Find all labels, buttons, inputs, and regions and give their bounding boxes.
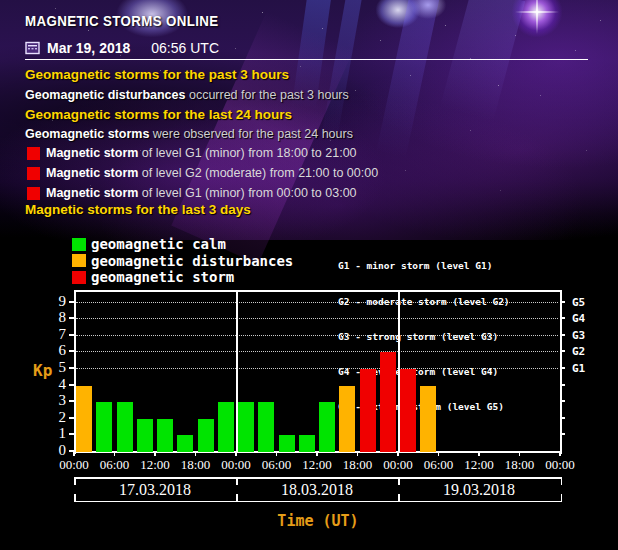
x-tick-label: 00:00 bbox=[54, 457, 94, 473]
kp-bar bbox=[420, 386, 436, 452]
kp-bar bbox=[319, 402, 335, 452]
storm-event-lead: Magnetic storm bbox=[46, 186, 138, 200]
legend-item-storm: geomagnetic storm bbox=[72, 269, 293, 286]
right-tick bbox=[560, 433, 565, 435]
x-tick-label: 12:00 bbox=[459, 457, 499, 473]
kp-bar bbox=[400, 369, 416, 452]
page-title: MAGNETIC STORMS ONLINE bbox=[25, 13, 219, 29]
plot-border-top bbox=[74, 290, 562, 292]
right-tick bbox=[560, 350, 565, 352]
g-level-label: G3 bbox=[572, 330, 602, 341]
storm-event-row: Magnetic storm of level G1 (minor) from … bbox=[27, 186, 357, 200]
x-tick-label: 00:00 bbox=[540, 457, 580, 473]
kp-bar bbox=[76, 386, 92, 452]
y-tick bbox=[69, 433, 74, 435]
x-tick bbox=[397, 452, 399, 456]
light-beam bbox=[440, 0, 525, 122]
bracket-tick bbox=[398, 494, 400, 502]
right-tick bbox=[560, 334, 565, 336]
status-rest: were observed for the past 24 hours bbox=[149, 127, 353, 141]
status-lead: Geomagnetic disturbances bbox=[25, 88, 185, 102]
y-tick-label: 7 bbox=[38, 327, 66, 342]
bracket-tick bbox=[236, 494, 238, 502]
storm-event-rest: of level G1 (minor) from 00:00 to 03:00 bbox=[138, 186, 356, 200]
storm-event-lead: Magnetic storm bbox=[46, 166, 138, 180]
bracket-line bbox=[74, 501, 562, 503]
g-level-label: G2 bbox=[572, 346, 602, 357]
x-tick bbox=[316, 452, 318, 456]
x-tick-label: 18:00 bbox=[176, 457, 216, 473]
y-tick-label: 6 bbox=[38, 343, 66, 358]
y-tick bbox=[69, 317, 74, 319]
storm-event-row: Magnetic storm of level G1 (minor) from … bbox=[27, 146, 357, 160]
legend-label: geomagnetic disturbances bbox=[91, 253, 293, 269]
storm-level-swatch bbox=[27, 187, 40, 200]
y-tick bbox=[69, 417, 74, 419]
y-tick bbox=[69, 334, 74, 336]
storm-swatch bbox=[72, 271, 86, 284]
kp-bar bbox=[117, 402, 133, 452]
star-field bbox=[0, 0, 1, 1]
x-tick bbox=[357, 452, 359, 456]
status-lead: Geomagnetic storms bbox=[25, 127, 149, 141]
x-tick bbox=[519, 452, 521, 456]
kp-bar bbox=[380, 352, 396, 452]
star-flare bbox=[536, 0, 538, 34]
right-tick bbox=[560, 384, 565, 386]
kp-bar bbox=[157, 419, 173, 452]
date-row: Mar 19, 2018 06:56 UTC bbox=[25, 40, 219, 56]
heading-last-24-hours: Geomagnetic storms for the last 24 hours bbox=[25, 107, 292, 122]
x-tick bbox=[559, 452, 561, 456]
legend-item-disturbances: geomagnetic disturbances bbox=[72, 253, 293, 270]
kp-gridline bbox=[76, 302, 558, 303]
kp-bar bbox=[96, 402, 112, 452]
g-level-label: G1 bbox=[572, 363, 602, 374]
x-tick-label: 06:00 bbox=[95, 457, 135, 473]
x-tick-label: 06:00 bbox=[257, 457, 297, 473]
y-tick bbox=[69, 301, 74, 303]
kp-gridline bbox=[76, 368, 558, 369]
kp-bar bbox=[218, 402, 234, 452]
status-rest: occurred for the past 3 hours bbox=[185, 88, 348, 102]
storm-event-rest: of level G1 (minor) from 18:00 to 21:00 bbox=[138, 146, 356, 160]
x-tick-label: 18:00 bbox=[500, 457, 540, 473]
legend-item-calm: geomagnetic calm bbox=[72, 236, 293, 253]
kp-gridline bbox=[76, 318, 558, 319]
disturbances-swatch bbox=[72, 254, 86, 267]
kp-bar bbox=[339, 386, 355, 452]
y-tick-label: 5 bbox=[38, 360, 66, 375]
y-tick-label: 8 bbox=[38, 310, 66, 325]
x-axis-title: Time (UT) bbox=[74, 512, 562, 530]
right-axis-line bbox=[560, 290, 562, 454]
storm-level-swatch bbox=[27, 147, 40, 160]
storm-event-text: Magnetic storm of level G2 (moderate) fr… bbox=[46, 166, 378, 180]
kp-bar bbox=[279, 435, 295, 452]
x-tick-label: 00:00 bbox=[216, 457, 256, 473]
header-divider bbox=[25, 59, 588, 60]
kp-bar bbox=[360, 369, 376, 452]
x-tick-label: 12:00 bbox=[135, 457, 175, 473]
light-beam bbox=[321, 0, 363, 140]
storm-event-text: Magnetic storm of level G1 (minor) from … bbox=[46, 186, 357, 200]
storm-level-swatch bbox=[27, 167, 40, 180]
light-beam bbox=[376, 0, 440, 158]
x-tick-label: 00:00 bbox=[378, 457, 418, 473]
last-24-hours-status: Geomagnetic storms were observed for the… bbox=[25, 127, 353, 141]
y-tick bbox=[69, 384, 74, 386]
x-tick bbox=[195, 452, 197, 456]
magnetic-storms-page: MAGNETIC STORMS ONLINE Mar 19, 2018 06:5… bbox=[0, 0, 618, 550]
x-tick-label: 18:00 bbox=[338, 457, 378, 473]
kp-bar bbox=[177, 435, 193, 452]
x-tick bbox=[73, 452, 75, 456]
legend-label: geomagnetic calm bbox=[91, 236, 226, 252]
y-tick-label: 3 bbox=[38, 393, 66, 408]
right-tick bbox=[560, 367, 565, 369]
current-date: Mar 19, 2018 bbox=[47, 40, 130, 56]
y-tick-label: 2 bbox=[38, 410, 66, 425]
bracket-tick bbox=[561, 494, 563, 502]
storm-event-lead: Magnetic storm bbox=[46, 146, 138, 160]
x-tick bbox=[154, 452, 156, 456]
past-3-hours-status: Geomagnetic disturbances occurred for th… bbox=[25, 88, 349, 102]
kp-bar bbox=[258, 402, 274, 452]
y-tick-label: 9 bbox=[38, 294, 66, 309]
